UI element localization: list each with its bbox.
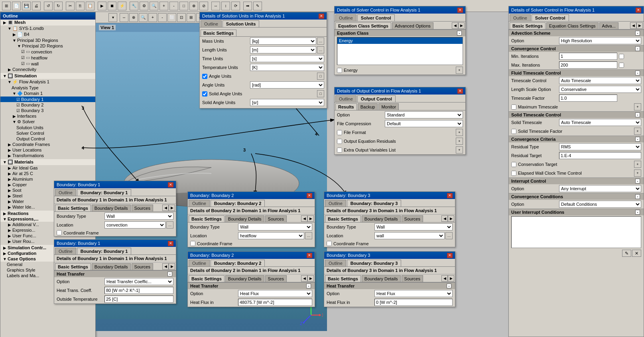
user-interrupt-textarea[interactable] bbox=[511, 216, 641, 248]
oc-option-select[interactable]: Standard bbox=[385, 111, 463, 118]
b1h-heat-expand[interactable]: - bbox=[167, 272, 172, 276]
tab-rsc-adv[interactable]: Adva... bbox=[599, 22, 618, 29]
tab-b2-details[interactable]: Boundary Details bbox=[225, 215, 264, 222]
close-b2-heat[interactable]: ✕ bbox=[307, 253, 312, 258]
tab-basic-settings-su[interactable]: Basic Settings bbox=[201, 30, 236, 36]
b3-coord-frame-checkbox[interactable] bbox=[327, 241, 332, 246]
tree-interfaces[interactable]: ▶ Interfaces bbox=[0, 113, 95, 119]
tab-b3-sources[interactable]: Sources bbox=[402, 215, 423, 222]
oc-extra-output-checkbox[interactable] bbox=[337, 148, 342, 153]
b1-nav-right[interactable]: ▶ bbox=[169, 205, 175, 211]
sc-nav-left[interactable]: ◀ bbox=[452, 22, 458, 29]
b1-location-dots[interactable]: … bbox=[166, 221, 173, 229]
rsc-residual-target-input[interactable]: 1.E-4 bbox=[559, 152, 641, 159]
close-b2-basic[interactable]: ✕ bbox=[307, 193, 312, 198]
oc-file-comp-select[interactable]: Default bbox=[385, 120, 463, 127]
tab-b2h[interactable]: Boundary: Boundary 2 bbox=[211, 260, 265, 266]
tree-wall[interactable]: ☑ ▭ wall bbox=[0, 61, 95, 67]
rsc-conservation-target-checkbox[interactable] bbox=[511, 162, 516, 167]
energy-checkbox[interactable] bbox=[337, 68, 342, 73]
tree-air-25c[interactable]: ▶ Air at 25 C bbox=[0, 171, 95, 176]
tab-rsc-eq[interactable]: Equation Class Settings bbox=[546, 22, 599, 29]
rsc-elapsed-wall-checkbox[interactable] bbox=[511, 171, 516, 176]
solid-angle-checkbox[interactable] bbox=[202, 91, 207, 97]
tree-solver[interactable]: ▼ ⚙ Solver bbox=[0, 119, 95, 125]
equation-class-list[interactable]: Energy bbox=[337, 37, 463, 65]
tab-outline-b1[interactable]: Outline bbox=[55, 189, 76, 196]
toolbar-btn-16[interactable]: + bbox=[160, 2, 168, 10]
tree-3d-regions[interactable]: ▼ Principal 3D Regions bbox=[0, 37, 95, 43]
temp-units-select[interactable]: [K] bbox=[250, 64, 324, 71]
toolbar-btn-25[interactable]: ✎ bbox=[253, 2, 262, 10]
rsc-action-btn-2[interactable]: ✕ bbox=[632, 250, 641, 257]
toolbar-btn-8[interactable]: ⎘ bbox=[76, 2, 85, 10]
sc-nav-right[interactable]: ▶ bbox=[458, 22, 465, 29]
close-sc-center[interactable]: ✕ bbox=[457, 8, 463, 13]
b3h-heat-expand[interactable]: - bbox=[447, 284, 451, 288]
close-b3-basic[interactable]: ✕ bbox=[447, 193, 453, 198]
rsc-user-interrupt-expand[interactable]: - bbox=[635, 210, 640, 215]
close-b1-basic[interactable]: ✕ bbox=[168, 182, 173, 187]
tree-sys1[interactable]: ▼ 📋 SYS-1.cmdb bbox=[0, 26, 95, 32]
b1-nav-left[interactable]: ◀ bbox=[162, 205, 169, 211]
view-btn-7[interactable]: ⊡ bbox=[177, 13, 186, 22]
b2h-nav-left[interactable]: ◀ bbox=[301, 275, 307, 282]
view-btn-2[interactable]: ⊕ bbox=[129, 13, 138, 22]
rsc-ts-factor-input[interactable]: 1.0 bbox=[559, 95, 617, 102]
tab-results[interactable]: Results bbox=[335, 103, 357, 110]
b2-nav-left[interactable]: ◀ bbox=[301, 215, 307, 222]
tree-domain1[interactable]: ▼ 🔷 Domain 1 bbox=[0, 91, 95, 97]
tree-connectivity[interactable]: ▶ Connectivity bbox=[0, 67, 95, 72]
view-btn-1[interactable]: ↔ bbox=[120, 13, 128, 22]
oc-file-format-checkbox[interactable] bbox=[337, 130, 342, 135]
view-btn-8[interactable]: ⊞ bbox=[187, 13, 195, 22]
rsc-max-iter-check[interactable] bbox=[619, 63, 624, 68]
rsc-interrupt-option-select[interactable]: Any Interrupt bbox=[559, 185, 641, 192]
rsc-max-ts-expand[interactable]: + bbox=[634, 103, 641, 110]
toolbar-btn-7[interactable]: ✂ bbox=[66, 2, 75, 10]
tree-user-locations[interactable]: ▶ User Locations bbox=[0, 147, 95, 153]
toolbar-btn-17[interactable]: - bbox=[169, 2, 178, 10]
rsc-ts-control-select[interactable]: Auto Timescale bbox=[559, 77, 641, 84]
angle-units-checkbox[interactable] bbox=[202, 74, 207, 79]
tab-b2[interactable]: Boundary: Boundary 2 bbox=[211, 200, 265, 207]
rsc-interrupt-expand[interactable]: - bbox=[635, 179, 640, 183]
rsc-conv-cond-expand[interactable]: - bbox=[635, 194, 640, 199]
b3h-flux-input[interactable]: 0 [W m^-2] bbox=[374, 299, 453, 306]
tab-b2-sources[interactable]: Sources bbox=[265, 215, 287, 222]
tab-b3h-basic[interactable]: Basic Settings bbox=[325, 275, 361, 282]
close-oc[interactable]: ✕ bbox=[457, 89, 463, 94]
b3-boundary-type-select[interactable]: Wall bbox=[374, 223, 453, 231]
rsc-conv-option-select[interactable]: Default Conditions bbox=[559, 201, 641, 208]
rsc-min-iter-check[interactable] bbox=[619, 54, 624, 59]
b2-location-dots[interactable]: … bbox=[305, 232, 312, 239]
rsc-action-btn-1[interactable]: ✎ bbox=[622, 250, 631, 257]
oc-extra-output-expand[interactable]: + bbox=[456, 146, 463, 154]
toolbar-btn-11[interactable]: ⏹ bbox=[108, 2, 116, 10]
energy-expand[interactable]: + bbox=[456, 67, 463, 74]
toolbar-btn-20[interactable]: ⊘ bbox=[199, 2, 208, 10]
rsc-conservation-expand[interactable]: + bbox=[634, 161, 641, 168]
energy-list-item[interactable]: Energy bbox=[337, 37, 463, 44]
tab-b3-basic[interactable]: Basic Settings bbox=[325, 215, 361, 222]
tree-coord-frames[interactable]: ▶ Coordinate Frames bbox=[0, 142, 95, 147]
tab-backup[interactable]: Backup bbox=[358, 103, 378, 110]
toolbar-btn-22[interactable]: ↕ bbox=[221, 2, 230, 10]
tab-outline-su[interactable]: Outline bbox=[201, 20, 222, 27]
toolbar-btn-4[interactable]: 🖨 bbox=[32, 2, 41, 10]
tab-outline-b1h[interactable]: Outline bbox=[55, 248, 76, 254]
tree-2d-regions[interactable]: ▼ Principal 2D Regions bbox=[0, 43, 95, 49]
tab-output-control[interactable]: Output Control bbox=[357, 95, 396, 102]
b2h-flux-input[interactable]: 48075.7 [W m^-2] bbox=[238, 299, 312, 306]
tree-solution-units[interactable]: Solution Units bbox=[0, 125, 95, 130]
tab-solution-units[interactable]: Solution Units bbox=[223, 20, 260, 27]
rsc-fluid-ts-expand[interactable]: - bbox=[635, 71, 640, 75]
rsc-convergence-expand[interactable]: - bbox=[635, 46, 640, 51]
toolbar-btn-15[interactable]: 🔍 bbox=[150, 2, 158, 10]
solid-angle-select[interactable]: [sr] bbox=[250, 99, 324, 106]
rsc-solid-ts-select[interactable]: Auto Timescale bbox=[559, 119, 641, 126]
tab-outline-b2h[interactable]: Outline bbox=[189, 260, 210, 266]
b1-location-select[interactable]: convection bbox=[104, 221, 165, 229]
mass-units-dots[interactable]: … bbox=[317, 37, 324, 45]
tree-air-ideal-gas[interactable]: ▶ Air Ideal Gas bbox=[0, 165, 95, 171]
